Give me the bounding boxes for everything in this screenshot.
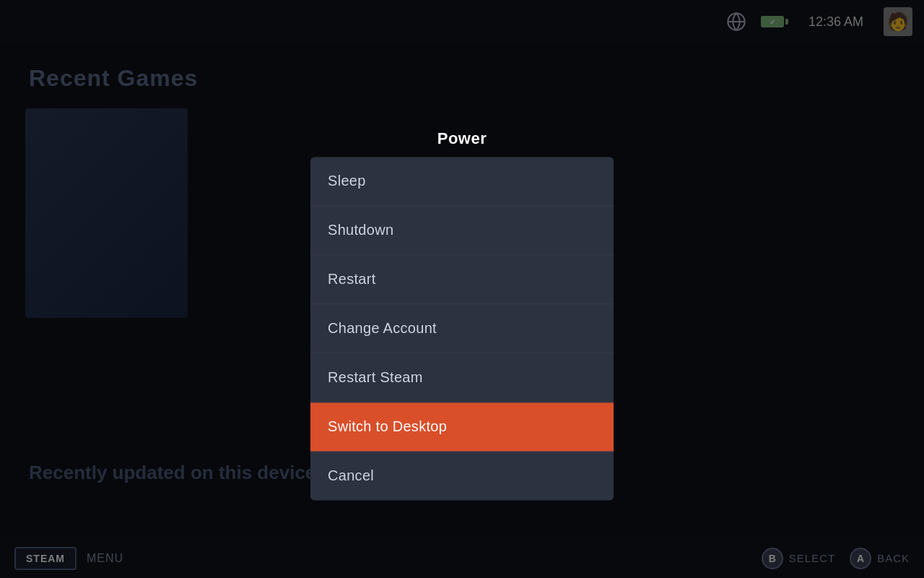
menu-item-cancel[interactable]: Cancel <box>310 452 614 500</box>
power-dialog: Power SleepShutdownRestartChange Account… <box>310 129 614 500</box>
menu-item-switch-to-desktop[interactable]: Switch to Desktop <box>310 402 614 452</box>
menu-item-shutdown[interactable]: Shutdown <box>310 206 614 255</box>
menu-item-restart-steam[interactable]: Restart Steam <box>310 353 614 402</box>
dialog-title: Power <box>310 129 614 148</box>
menu-item-change-account[interactable]: Change Account <box>310 304 614 353</box>
menu-item-restart[interactable]: Restart <box>310 255 614 304</box>
power-menu-list: SleepShutdownRestartChange AccountRestar… <box>310 157 614 500</box>
menu-item-sleep[interactable]: Sleep <box>310 157 614 206</box>
